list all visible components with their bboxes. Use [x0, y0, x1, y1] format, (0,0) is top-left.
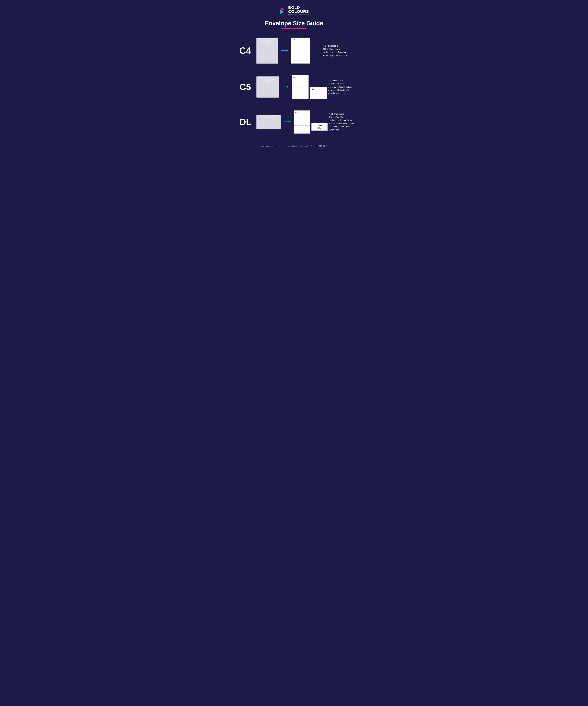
footer-divider-2: /	[311, 145, 312, 147]
logo-container: BOLD COLOURS Stationery Specialists	[279, 6, 309, 16]
logo-sub-text: Stationery Specialists	[288, 14, 309, 16]
c5-papers: A4 A5	[292, 75, 327, 99]
dl-diagram: A4 Comp.Slip	[256, 110, 328, 133]
header: BOLD COLOURS Stationery Specialists Enve…	[235, 0, 353, 32]
c4-description: A C4 envelope is 229x324mm This is desig…	[323, 44, 348, 57]
c5-arrow	[282, 84, 289, 90]
c4-size-label: C4	[240, 45, 256, 56]
svg-marker-5	[287, 86, 289, 88]
c5-size-label: C5	[240, 82, 256, 92]
dl-envelope	[256, 115, 281, 129]
dl-comp-slip: Comp.Slip	[311, 123, 328, 131]
dl-papers: A4 Comp.Slip	[294, 110, 328, 133]
c4-envelope	[256, 38, 278, 64]
footer-phone: 0113 279 5812	[314, 145, 327, 147]
dl-size-label: DL	[240, 117, 256, 127]
c5-description: A C5 envelope is 162x229mm This is desig…	[328, 79, 354, 95]
dl-arrow	[284, 119, 291, 125]
logo-colours-text: COLOURS	[288, 10, 309, 13]
dl-dashed-line-top	[294, 118, 310, 118]
c4-paper-a4: A4	[291, 38, 310, 64]
logo-bold-text: BOLD	[288, 6, 309, 10]
dl-description: A DL envelope is 210x297mm This is desig…	[329, 112, 354, 131]
dl-paper-a4: A4	[294, 110, 310, 133]
c5-section: C5 A4 A5 A C5 envel	[235, 69, 353, 105]
c5-dashed-line	[292, 87, 308, 87]
svg-marker-7	[289, 121, 291, 123]
c4-diagram: A4	[256, 38, 322, 64]
c5-envelope	[256, 76, 279, 97]
dl-section: DL A4 Comp.Slip	[235, 105, 353, 139]
page-title: Envelope Size Guide	[265, 20, 323, 27]
footer-email[interactable]: support@boldcolours.co.uk	[286, 145, 308, 147]
dl-paper-a4-label: A4	[295, 111, 298, 114]
dl-comp-slip-label: Comp.Slip	[317, 124, 322, 129]
logo-icon	[279, 7, 287, 14]
page: BOLD COLOURS Stationery Specialists Enve…	[235, 0, 353, 706]
footer-website[interactable]: www.boldcolours.co.uk	[261, 145, 280, 147]
c4-paper-label: A4	[292, 39, 295, 41]
footer: www.boldcolours.co.uk / support@boldcolo…	[240, 142, 348, 151]
c5-paper-a4: A4	[292, 75, 308, 99]
title-underline	[281, 28, 307, 29]
svg-marker-3	[286, 49, 288, 51]
logo-text-block: BOLD COLOURS Stationery Specialists	[288, 6, 309, 16]
dl-dashed-line-bottom	[294, 125, 310, 126]
c5-paper-a4-label: A4	[293, 76, 295, 78]
c5-diagram: A4 A5	[256, 75, 327, 99]
c5-paper-a5-label: A5	[311, 88, 314, 90]
c4-arrow	[281, 47, 288, 54]
footer-divider-1: /	[283, 145, 283, 147]
c5-paper-a5: A5	[310, 87, 327, 99]
c4-section: C4 A4 A C4 envelope is 229x324mm This is…	[235, 32, 353, 69]
